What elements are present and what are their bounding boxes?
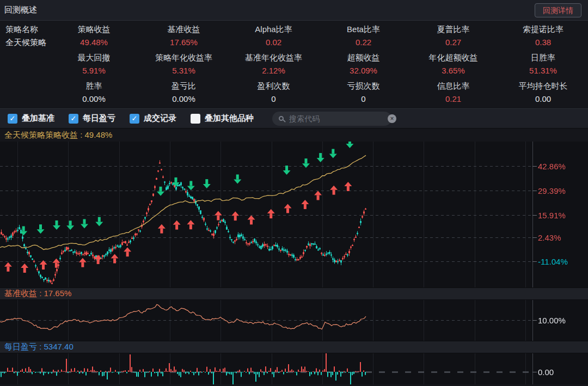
strategy-name-cell — [0, 51, 49, 79]
search-box[interactable]: × — [272, 112, 391, 126]
chart-toolbar: ✓叠加基准✓每日盈亏✓成交记录✓叠加其他品种 × — [0, 108, 588, 128]
metric-value: 0.00 — [498, 93, 588, 106]
metric-value: 0.21 — [408, 93, 498, 106]
metric-cell: 日胜率51.31% — [498, 51, 588, 79]
metric-label: 策略年化收益率 — [139, 51, 229, 64]
metric-value: 2.12% — [229, 64, 318, 77]
metrics-panel: 策略名称全天候策略策略收益49.48%基准收益17.65%Alpha比率0.02… — [0, 21, 588, 108]
checkbox-叠加其他品种[interactable]: ✓叠加其他品种 — [191, 113, 254, 124]
checkbox-label: 成交记录 — [144, 113, 176, 124]
benchmark-chart-canvas[interactable] — [0, 300, 588, 341]
metric-value: 0.22 — [318, 36, 408, 49]
benchmark-chart-title: 基准收益 : 17.65% — [4, 289, 71, 299]
checkbox-每日盈亏[interactable]: ✓每日盈亏 — [69, 113, 115, 124]
checkbox-group: ✓叠加基准✓每日盈亏✓成交记录✓叠加其他品种 — [8, 113, 268, 124]
daily-pnl-chart-title: 每日盈亏 : 5347.40 — [4, 342, 74, 352]
checkbox-label: 每日盈亏 — [83, 113, 115, 124]
metric-value: 17.65% — [139, 36, 229, 49]
metric-cell: 策略收益49.48% — [49, 23, 139, 51]
metric-value: 0 — [318, 93, 408, 106]
metrics-row: 胜率0.00%盈亏比0.00%盈利次数0亏损次数0信息比率0.21平均持仓时长0… — [0, 79, 588, 108]
metric-cell: 亏损次数0 — [318, 79, 408, 108]
metric-cell: 信息比率0.21 — [408, 79, 498, 108]
metric-value: 49.48% — [49, 36, 139, 49]
metric-value: 5.91% — [49, 64, 139, 77]
checkbox-叠加基准[interactable]: ✓叠加基准 — [8, 113, 54, 124]
metric-label: 亏损次数 — [318, 79, 408, 93]
page-title: 回测概述 — [4, 5, 37, 15]
axis-tick-label: 29.39% — [538, 186, 566, 195]
metric-value: 0.00% — [49, 93, 139, 106]
metric-cell: Beta比率0.22 — [318, 23, 408, 51]
charts-area: 全天候策略策略收益 : 49.48% 42.86%29.39%15.91%2.4… — [0, 128, 588, 384]
unchecked-checkbox-icon[interactable]: ✓ — [191, 114, 200, 124]
header-bar: 回测概述 回测详情 — [0, 0, 588, 21]
checked-checkbox-icon[interactable]: ✓ — [8, 114, 17, 124]
metric-cell: Alpha比率0.02 — [229, 23, 318, 51]
metric-value: 0.00% — [139, 93, 229, 106]
metrics-row: 最大回撤5.91%策略年化收益率5.31%基准年化收益率2.12%超额收益32.… — [0, 51, 588, 79]
axis-tick-label: 2.43% — [538, 233, 561, 242]
strategy-name-label: 策略名称 — [5, 23, 49, 36]
metric-cell: 基准年化收益率2.12% — [229, 51, 318, 79]
clear-search-icon[interactable]: × — [388, 114, 396, 123]
metric-label: 策略收益 — [49, 23, 139, 36]
metric-label: 年化超额收益 — [408, 51, 498, 64]
metric-cell: 盈亏比0.00% — [139, 79, 229, 108]
metric-label: 最大回撤 — [49, 51, 139, 64]
metric-value: 0 — [229, 93, 318, 106]
daily-pnl-chart-plot: 0.00 — [0, 353, 588, 384]
metric-value: 51.31% — [498, 64, 588, 77]
metric-label: 平均持仓时长 — [498, 79, 588, 93]
metric-cell: 盈利次数0 — [229, 79, 318, 108]
metric-label: 夏普比率 — [408, 23, 498, 36]
checked-checkbox-icon[interactable]: ✓ — [69, 114, 78, 124]
axis-tick-label: 0.00 — [538, 367, 554, 377]
metric-cell: 索提诺比率0.38 — [498, 23, 588, 51]
main-chart-title: 全天候策略策略收益 : 49.48% — [4, 130, 112, 140]
search-icon — [279, 116, 284, 121]
benchmark-title-strip: 基准收益 : 17.65% — [0, 287, 588, 300]
metric-value: 0.02 — [229, 36, 318, 49]
metric-label: Beta比率 — [318, 23, 408, 36]
metric-label: 索提诺比率 — [498, 23, 588, 36]
main-chart-title-strip: 全天候策略策略收益 : 49.48% — [0, 128, 588, 142]
metrics-row: 策略名称全天候策略策略收益49.48%基准收益17.65%Alpha比率0.02… — [0, 23, 588, 51]
metric-label: 盈亏比 — [139, 79, 229, 93]
backtest-detail-button[interactable]: 回测详情 — [535, 3, 581, 17]
metric-cell: 超额收益32.09% — [318, 51, 408, 79]
benchmark-chart-plot: 10.00% — [0, 300, 588, 341]
metric-cell: 年化超额收益3.65% — [408, 51, 498, 79]
metric-label: 基准收益 — [139, 23, 229, 36]
main-chart-plot: 42.86%29.39%15.91%2.43%-11.04% — [0, 142, 588, 287]
metric-label: 胜率 — [49, 79, 139, 93]
axis-tick-label: -11.04% — [538, 257, 568, 266]
checkbox-成交记录[interactable]: ✓成交记录 — [130, 113, 176, 124]
metric-value: 5.31% — [139, 64, 229, 77]
metric-label: Alpha比率 — [229, 23, 318, 36]
metric-cell: 夏普比率0.27 — [408, 23, 498, 51]
metric-cell: 策略年化收益率5.31% — [139, 51, 229, 79]
checkbox-label: 叠加其他品种 — [205, 113, 254, 124]
daily-pnl-chart-canvas[interactable] — [0, 353, 588, 384]
metric-label: 基准年化收益率 — [229, 51, 318, 64]
strategy-name-cell — [0, 79, 49, 108]
axis-tick-label: 15.91% — [538, 211, 566, 220]
search-input[interactable] — [289, 114, 388, 123]
metric-value: 0.27 — [408, 36, 498, 49]
metric-label: 盈利次数 — [229, 79, 318, 93]
strategy-name-value: 全天候策略 — [5, 36, 49, 49]
checked-checkbox-icon[interactable]: ✓ — [130, 114, 139, 124]
axis-tick-label: 10.00% — [538, 316, 566, 325]
metric-label: 信息比率 — [408, 79, 498, 93]
metric-label: 超额收益 — [318, 51, 408, 64]
main-chart-canvas[interactable] — [0, 142, 588, 287]
metric-cell: 胜率0.00% — [49, 79, 139, 108]
metric-value: 0.38 — [498, 36, 588, 49]
metric-label: 日胜率 — [498, 51, 588, 64]
strategy-name-cell: 策略名称全天候策略 — [0, 23, 49, 51]
metric-value: 32.09% — [318, 64, 408, 77]
metric-cell: 基准收益17.65% — [139, 23, 229, 51]
metric-cell: 最大回撤5.91% — [49, 51, 139, 79]
checkbox-label: 叠加基准 — [22, 113, 54, 124]
